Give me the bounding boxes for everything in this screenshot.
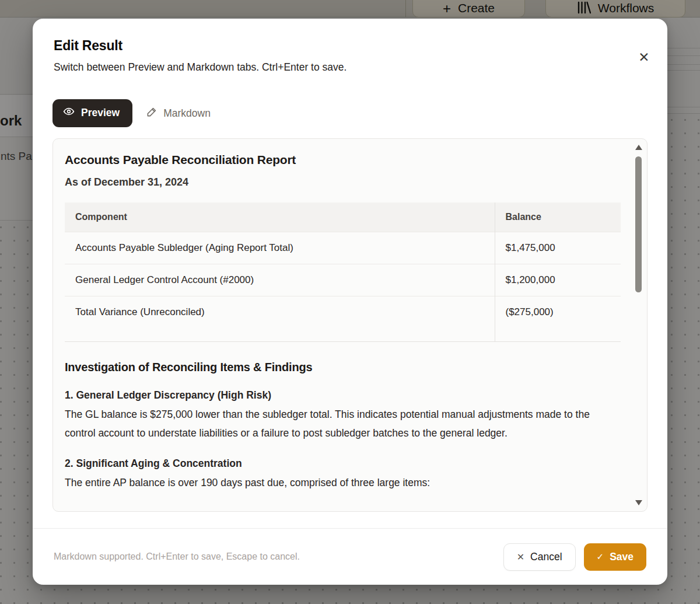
check-icon: ✓ [597,551,604,562]
view-mode-tabs: Preview Markdown [52,99,211,127]
cell-component: Accounts Payable Subledger (Aging Report… [65,232,495,264]
tab-preview-label: Preview [81,107,120,119]
workflows-button[interactable]: Workflows [545,0,685,18]
cell-component: Total Variance (Unreconciled) [65,296,495,342]
scroll-down-arrow-icon[interactable] [635,500,642,505]
table-row: Total Variance (Unreconciled) ($275,000) [65,296,621,342]
table-row: Accounts Payable Subledger (Aging Report… [65,232,621,264]
findings-section-heading: Investigation of Reconciling Items & Fin… [65,361,621,374]
preview-scrollbar[interactable] [634,144,643,507]
save-button[interactable]: ✓ Save [584,543,646,571]
finding-2-body: The entire AP balance is over 190 days p… [65,473,621,492]
table-header-row: Component Balance [65,203,621,232]
background-row-line [667,48,700,48]
plus-icon: + [443,2,451,15]
background-row-line [667,107,700,107]
finding-1-heading: 1. General Ledger Discrepancy (High Risk… [65,389,621,401]
scrollbar-thumb[interactable] [635,156,642,292]
column-header-component: Component [65,203,495,232]
workflows-button-label: Workflows [598,1,654,15]
finding-1-body: The GL balance is $275,000 lower than th… [65,405,621,442]
dialog-footer: Markdown supported. Ctrl+Enter to save, … [33,528,667,585]
cancel-button-label: Cancel [530,551,562,563]
tab-markdown-label: Markdown [163,107,211,120]
cell-balance: $1,475,000 [495,232,621,264]
cell-balance: $1,200,000 [495,264,621,296]
tab-preview[interactable]: Preview [52,99,132,127]
background-left-panel: ork nts Pa [0,18,33,221]
scroll-up-arrow-icon[interactable] [635,145,642,150]
markdown-preview-pane: Accounts Payable Reconciliation Report A… [52,138,648,512]
footer-hint: Markdown supported. Ctrl+Enter to save, … [54,551,300,562]
reconciliation-table: Component Balance Accounts Payable Suble… [65,203,621,342]
create-button-label: Create [458,1,495,15]
tab-markdown[interactable]: Markdown [146,106,211,120]
background-row-line [667,64,700,65]
footer-actions: ✕ Cancel ✓ Save [503,543,646,571]
x-icon: ✕ [517,551,524,563]
pencil-icon [146,106,158,120]
table-row: General Ledger Control Account (#2000) $… [65,264,621,296]
edit-result-dialog: ✕ Edit Result Switch between Preview and… [33,19,667,585]
clipped-row-text: nts Pa [1,150,32,163]
cell-balance: ($275,000) [495,296,621,342]
report-date: As of December 31, 2024 [65,176,621,188]
background-right-panel [667,18,700,114]
topbar-divider [405,0,406,18]
cancel-button[interactable]: ✕ Cancel [503,543,576,571]
finding-2-heading: 2. Significant Aging & Concentration [65,458,621,470]
dialog-title: Edit Result [54,38,123,54]
workflows-icon [577,1,591,15]
column-header-balance: Balance [495,203,621,232]
background-row-line [667,70,700,71]
background-panel-band [0,18,33,95]
report-title: Accounts Payable Reconciliation Report [65,153,621,167]
create-button[interactable]: + Create [412,0,525,18]
clipped-heading-text: ork [0,113,22,129]
close-icon[interactable]: ✕ [635,48,653,67]
cell-component: General Ledger Control Account (#2000) [65,264,495,296]
save-button-label: Save [610,551,634,563]
eye-icon [63,106,75,120]
dialog-subtitle: Switch between Preview and Markdown tabs… [54,61,346,74]
background-row-line [667,55,700,56]
